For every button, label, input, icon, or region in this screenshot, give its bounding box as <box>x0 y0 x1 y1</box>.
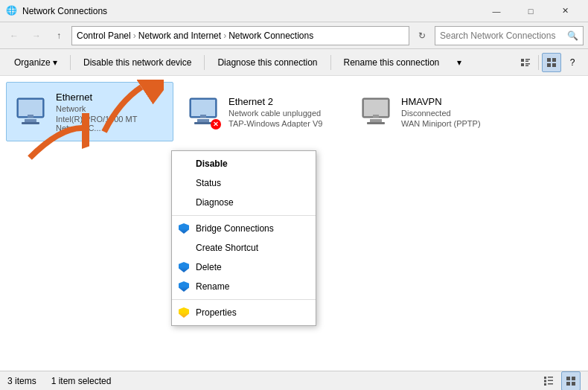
view-details-button[interactable] <box>516 53 535 72</box>
ethernet2-adapter: TAP-Windows Adapter V9 <box>229 119 322 128</box>
svg-rect-23 <box>364 100 388 116</box>
search-input[interactable] <box>440 31 567 41</box>
ethernet-adapter: Intel(R) PRO/1000 MT Network C... <box>56 115 167 132</box>
forward-button[interactable]: → <box>27 26 46 45</box>
shield-blue-icon-3 <box>178 281 190 292</box>
title-bar-icon: 🌐 <box>6 5 18 17</box>
svg-rect-6 <box>547 58 551 62</box>
menu-separator-1 <box>172 215 316 216</box>
svg-rect-28 <box>548 377 553 378</box>
svg-rect-32 <box>548 383 553 385</box>
ethernet2-name: Ethernet 2 <box>229 96 322 107</box>
breadcrumb-sep: › <box>133 31 136 41</box>
hmavpn-info: HMAVPN Disconnected WAN Miniport (PPTP) <box>401 96 481 128</box>
items-count: 3 items <box>7 376 36 386</box>
svg-rect-13 <box>19 100 42 116</box>
menu-item-disable[interactable]: Disable <box>172 154 316 173</box>
ethernet-info: Ethernet Network Intel(R) PRO/1000 MT Ne… <box>56 92 167 132</box>
ethernet-icon <box>13 94 48 130</box>
shield-blue-icon-2 <box>178 261 190 273</box>
svg-rect-34 <box>572 377 575 380</box>
ethernet2-icon: ✕ <box>185 94 221 130</box>
status-view-icons[interactable] <box>561 371 581 391</box>
svg-rect-35 <box>566 382 570 386</box>
help-button[interactable]: ? <box>563 52 582 73</box>
svg-rect-26 <box>373 115 379 118</box>
menu-item-status[interactable]: Status <box>172 173 316 193</box>
hmavpn-adapter: WAN Miniport (PPTP) <box>401 119 481 128</box>
content-area: Ethernet Network Intel(R) PRO/1000 MT Ne… <box>0 76 588 371</box>
svg-rect-9 <box>552 63 556 67</box>
svg-rect-15 <box>22 122 39 124</box>
ethernet2-status: Network cable unplugged <box>229 109 322 118</box>
svg-rect-18 <box>191 100 215 116</box>
maximize-button[interactable]: □ <box>514 0 548 22</box>
svg-rect-5 <box>525 65 528 66</box>
close-button[interactable]: ✕ <box>548 0 582 22</box>
title-bar: 🌐 Network Connections — □ ✕ <box>0 0 588 22</box>
toolbar-separator <box>330 55 331 70</box>
breadcrumb-sep: › <box>223 31 226 41</box>
menu-item-bridge[interactable]: Bridge Connections <box>172 219 316 238</box>
hmavpn-status: Disconnected <box>401 109 481 118</box>
main-content: Ethernet Network Intel(R) PRO/1000 MT Ne… <box>0 76 588 371</box>
hmavpn-name: HMAVPN <box>401 96 481 107</box>
svg-rect-14 <box>25 119 36 122</box>
svg-rect-31 <box>544 383 546 386</box>
network-item-ethernet2[interactable]: ✕ Ethernet 2 Network cable unplugged TAP… <box>179 82 346 141</box>
title-bar-controls: — □ ✕ <box>479 0 582 22</box>
svg-rect-2 <box>525 60 528 62</box>
context-menu: Disable Status Diagnose Bridge Connectio… <box>171 150 316 326</box>
svg-rect-29 <box>544 380 546 382</box>
menu-item-properties[interactable]: Properties <box>172 303 316 322</box>
up-button[interactable]: ↑ <box>49 26 68 45</box>
rename-button[interactable]: Rename this connection <box>336 52 448 73</box>
diagnose-button[interactable]: Diagnose this connection <box>209 52 325 73</box>
view-icons-button[interactable] <box>542 53 561 72</box>
search-box: 🔍 <box>435 26 584 45</box>
menu-item-rename[interactable]: Rename <box>172 277 316 296</box>
ethernet2-info: Ethernet 2 Network cable unplugged TAP-W… <box>229 96 322 128</box>
view-separator <box>538 55 539 70</box>
more-button[interactable]: ▾ <box>449 52 470 73</box>
red-x-badge: ✕ <box>211 119 221 130</box>
status-view-list[interactable] <box>539 371 558 391</box>
menu-item-shortcut[interactable]: Create Shortcut <box>172 238 316 258</box>
svg-rect-24 <box>370 119 382 122</box>
shield-gold-icon <box>178 307 190 319</box>
svg-rect-19 <box>197 119 209 122</box>
address-bar: ← → ↑ Control Panel › Network and Intern… <box>0 22 588 49</box>
network-item-hmavpn[interactable]: HMAVPN Disconnected WAN Miniport (PPTP) <box>351 82 508 141</box>
disable-network-button[interactable]: Disable this network device <box>75 52 199 73</box>
network-item-ethernet[interactable]: Ethernet Network Intel(R) PRO/1000 MT Ne… <box>6 82 173 141</box>
svg-rect-0 <box>521 59 524 62</box>
toolbar-separator <box>204 55 205 70</box>
refresh-button[interactable]: ↻ <box>412 26 432 45</box>
back-button[interactable]: ← <box>4 26 24 45</box>
svg-rect-36 <box>572 382 575 386</box>
title-bar-title: Network Connections <box>22 6 479 16</box>
organize-button[interactable]: Organize ▾ <box>6 52 65 73</box>
svg-rect-20 <box>194 122 212 124</box>
hmavpn-icon <box>358 94 394 130</box>
toolbar-separator <box>70 55 71 70</box>
status-bar: 3 items 1 item selected <box>0 371 588 390</box>
minimize-button[interactable]: — <box>479 0 514 22</box>
status-bar-view-buttons <box>539 371 581 391</box>
svg-rect-25 <box>367 122 385 124</box>
svg-rect-33 <box>566 377 570 380</box>
search-icon: 🔍 <box>567 31 578 41</box>
svg-rect-16 <box>28 115 33 118</box>
selected-count: 1 item selected <box>51 376 112 386</box>
shield-blue-icon <box>178 223 190 234</box>
svg-rect-1 <box>525 59 530 60</box>
svg-rect-8 <box>547 63 551 67</box>
ethernet-status: Network <box>56 104 167 113</box>
svg-rect-7 <box>552 58 556 62</box>
toolbar-view-buttons: ? <box>516 52 582 73</box>
svg-rect-27 <box>544 377 546 379</box>
svg-rect-21 <box>200 115 206 118</box>
menu-item-delete[interactable]: Delete <box>172 258 316 277</box>
menu-item-diagnose[interactable]: Diagnose <box>172 193 316 212</box>
breadcrumb[interactable]: Control Panel › Network and Internet › N… <box>71 26 409 45</box>
